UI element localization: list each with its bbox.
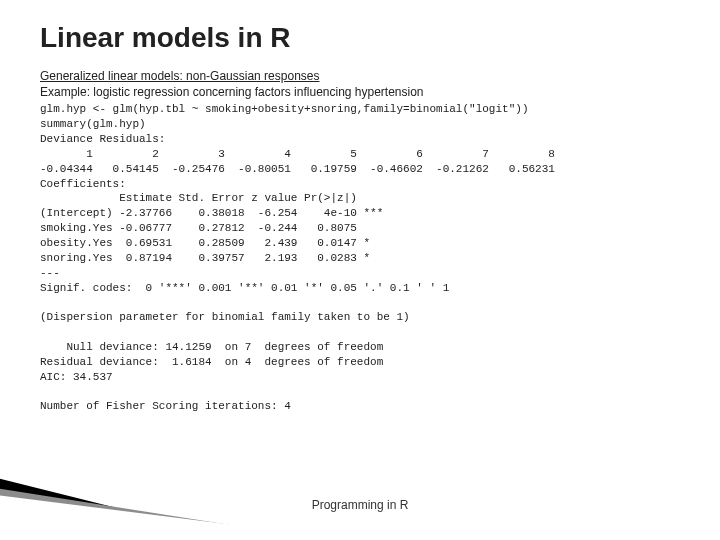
decor-wedge-white — [0, 488, 370, 540]
example-description: Example: logistic regression concerning … — [40, 84, 680, 100]
page-title: Linear models in R — [40, 22, 680, 54]
section-subhead: Generalized linear models: non-Gaussian … — [40, 68, 680, 84]
slide: Linear models in R Generalized linear mo… — [0, 0, 720, 540]
code-output: glm.hyp <- glm(hyp.tbl ~ smoking+obesity… — [40, 102, 680, 414]
